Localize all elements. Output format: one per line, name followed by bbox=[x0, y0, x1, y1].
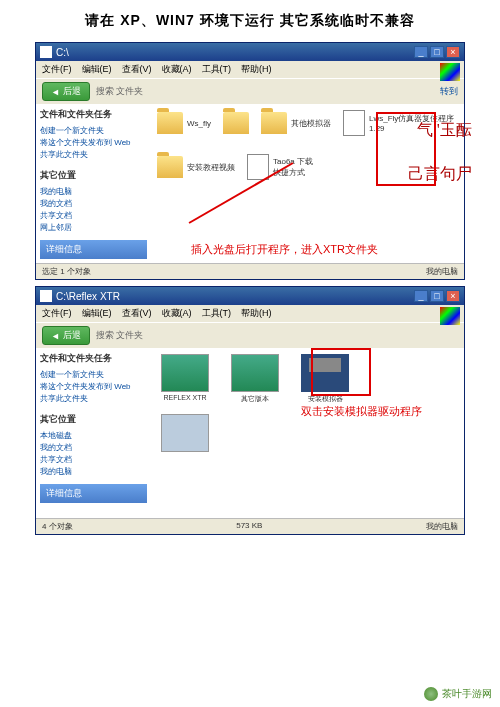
toolbar: ◄ 后退 搜索 文件夹 bbox=[36, 322, 464, 348]
folder-icon bbox=[157, 156, 183, 178]
thumb-item[interactable]: REFLEX XTR bbox=[157, 354, 213, 401]
sidebar-link[interactable]: 共享文档 bbox=[40, 454, 147, 466]
sidebar-link[interactable]: 我的电脑 bbox=[40, 466, 147, 478]
window-title: C:\Reflex XTR bbox=[56, 291, 120, 302]
sidebar-other-head: 其它位置 bbox=[40, 413, 147, 426]
status-left: 4 个对象 bbox=[42, 521, 73, 532]
menu-item[interactable]: 工具(T) bbox=[202, 307, 232, 320]
sidebar-link[interactable]: 将这个文件夹发布到 Web bbox=[40, 137, 147, 149]
menu-item[interactable]: 编辑(E) bbox=[82, 63, 112, 76]
thumb-icon bbox=[161, 354, 209, 392]
folder-item[interactable] bbox=[223, 110, 249, 136]
watermark-text: 茶叶手游网 bbox=[442, 687, 492, 701]
menubar: 文件(F) 编辑(E) 查看(V) 收藏(A) 工具(T) 帮助(H) bbox=[36, 305, 464, 322]
sidebar-head: 文件和文件夹任务 bbox=[40, 108, 147, 121]
sidebar-other-head: 其它位置 bbox=[40, 169, 147, 182]
folder-item[interactable]: 其他模拟器 bbox=[261, 110, 331, 136]
sidebar-link[interactable]: 我的文档 bbox=[40, 198, 147, 210]
menubar: 文件(F) 编辑(E) 查看(V) 收藏(A) 工具(T) 帮助(H) bbox=[36, 61, 464, 78]
close-button[interactable]: × bbox=[446, 290, 460, 302]
maximize-button[interactable]: □ bbox=[430, 46, 444, 58]
file-item[interactable]: Tao6a 下载 快捷方式 bbox=[247, 154, 313, 180]
drive-icon bbox=[40, 46, 52, 58]
minimize-button[interactable]: _ bbox=[414, 290, 428, 302]
sidebar-link[interactable]: 共享文档 bbox=[40, 210, 147, 222]
toolbar-extra[interactable]: 搜索 文件夹 bbox=[96, 329, 144, 342]
thumb-item[interactable]: 其它版本 bbox=[227, 354, 283, 404]
annotation-text: 双击安装模拟器驱动程序 bbox=[301, 404, 422, 419]
file-icon bbox=[343, 110, 365, 136]
xp-logo-icon bbox=[440, 63, 460, 81]
sidebar: 文件和文件夹任务 创建一个新文件夹 将这个文件夹发布到 Web 共享此文件夹 其… bbox=[36, 348, 151, 518]
toolbar: ◄ 后退 搜索 文件夹 转到 bbox=[36, 78, 464, 104]
sidebar-link[interactable]: 我的文档 bbox=[40, 442, 147, 454]
statusbar: 选定 1 个对象 我的电脑 bbox=[36, 263, 464, 279]
folder-item[interactable]: 安装教程视频 bbox=[157, 154, 235, 180]
folder-icon bbox=[261, 112, 287, 134]
folder-icon bbox=[223, 112, 249, 134]
menu-item[interactable]: 帮助(H) bbox=[241, 307, 272, 320]
watermark: 茶叶手游网 bbox=[424, 687, 492, 701]
details-panel: 详细信息 bbox=[40, 240, 147, 259]
status-right: 我的电脑 bbox=[426, 266, 458, 277]
annotation-text: 插入光盘后打开程序，进入XTR文件夹 bbox=[191, 242, 378, 257]
folder-icon bbox=[40, 290, 52, 302]
sidebar-link[interactable]: 我的电脑 bbox=[40, 186, 147, 198]
details-panel: 详细信息 bbox=[40, 484, 147, 503]
menu-item[interactable]: 帮助(H) bbox=[241, 63, 272, 76]
status-left: 选定 1 个对象 bbox=[42, 266, 91, 277]
toolbar-extra[interactable]: 搜索 文件夹 bbox=[96, 85, 144, 98]
thumb-label: 其它版本 bbox=[241, 394, 269, 404]
menu-item[interactable]: 工具(T) bbox=[202, 63, 232, 76]
thumb-icon bbox=[231, 354, 279, 392]
page-title: 请在 XP、WIN7 环境下运行 其它系统临时不兼容 bbox=[0, 0, 500, 38]
computer-icon bbox=[161, 414, 209, 452]
thumb-item[interactable] bbox=[157, 414, 213, 452]
menu-item[interactable]: 查看(V) bbox=[122, 63, 152, 76]
sidebar: 文件和文件夹任务 创建一个新文件夹 将这个文件夹发布到 Web 共享此文件夹 其… bbox=[36, 104, 151, 263]
titlebar: C:\Reflex XTR _ □ × bbox=[36, 287, 464, 305]
menu-item[interactable]: 查看(V) bbox=[122, 307, 152, 320]
sidebar-link[interactable]: 本地磁盘 bbox=[40, 430, 147, 442]
sidebar-link[interactable]: 创建一个新文件夹 bbox=[40, 125, 147, 137]
go-button[interactable]: 转到 bbox=[440, 85, 458, 98]
explorer-window-1: C:\ _ □ × 文件(F) 编辑(E) 查看(V) 收藏(A) 工具(T) … bbox=[35, 42, 465, 280]
sidebar-head: 文件和文件夹任务 bbox=[40, 352, 147, 365]
menu-item[interactable]: 编辑(E) bbox=[82, 307, 112, 320]
folder-item[interactable]: Ws_fly bbox=[157, 110, 211, 136]
status-right: 我的电脑 bbox=[426, 521, 458, 532]
sidebar-link[interactable]: 将这个文件夹发布到 Web bbox=[40, 381, 147, 393]
file-label: Tao6a 下载 快捷方式 bbox=[273, 156, 313, 178]
explorer-window-2: C:\Reflex XTR _ □ × 文件(F) 编辑(E) 查看(V) 收藏… bbox=[35, 286, 465, 535]
maximize-button[interactable]: □ bbox=[430, 290, 444, 302]
watermark-icon bbox=[424, 687, 438, 701]
folder-label: 其他模拟器 bbox=[291, 118, 331, 129]
menu-item[interactable]: 文件(F) bbox=[42, 63, 72, 76]
back-button[interactable]: ◄ 后退 bbox=[42, 326, 90, 345]
back-button[interactable]: ◄ 后退 bbox=[42, 82, 90, 101]
status-mid: 573 KB bbox=[236, 521, 262, 532]
sidebar-link[interactable]: 网上邻居 bbox=[40, 222, 147, 234]
sidebar-link[interactable]: 共享此文件夹 bbox=[40, 149, 147, 161]
folder-label: 安装教程视频 bbox=[187, 162, 235, 173]
thumb-label: REFLEX XTR bbox=[163, 394, 206, 401]
folder-label: Ws_fly bbox=[187, 119, 211, 128]
titlebar: C:\ _ □ × bbox=[36, 43, 464, 61]
menu-item[interactable]: 文件(F) bbox=[42, 307, 72, 320]
minimize-button[interactable]: _ bbox=[414, 46, 428, 58]
folder-icon bbox=[157, 112, 183, 134]
highlight-box bbox=[311, 348, 371, 396]
content-pane: Ws_fly 其他模拟器 Lws_Fly仿真器复位程序 1.29 安装教程视频 … bbox=[151, 104, 464, 263]
sidebar-link[interactable]: 共享此文件夹 bbox=[40, 393, 147, 405]
menu-item[interactable]: 收藏(A) bbox=[162, 307, 192, 320]
menu-item[interactable]: 收藏(A) bbox=[162, 63, 192, 76]
content-pane: REFLEX XTR 其它版本 安装模拟器 双击安装模拟器驱动程序 bbox=[151, 348, 464, 518]
sidebar-link[interactable]: 创建一个新文件夹 bbox=[40, 369, 147, 381]
close-button[interactable]: × bbox=[446, 46, 460, 58]
window-title: C:\ bbox=[56, 47, 69, 58]
xp-logo-icon bbox=[440, 307, 460, 325]
statusbar: 4 个对象 573 KB 我的电脑 bbox=[36, 518, 464, 534]
highlight-box bbox=[376, 112, 436, 186]
